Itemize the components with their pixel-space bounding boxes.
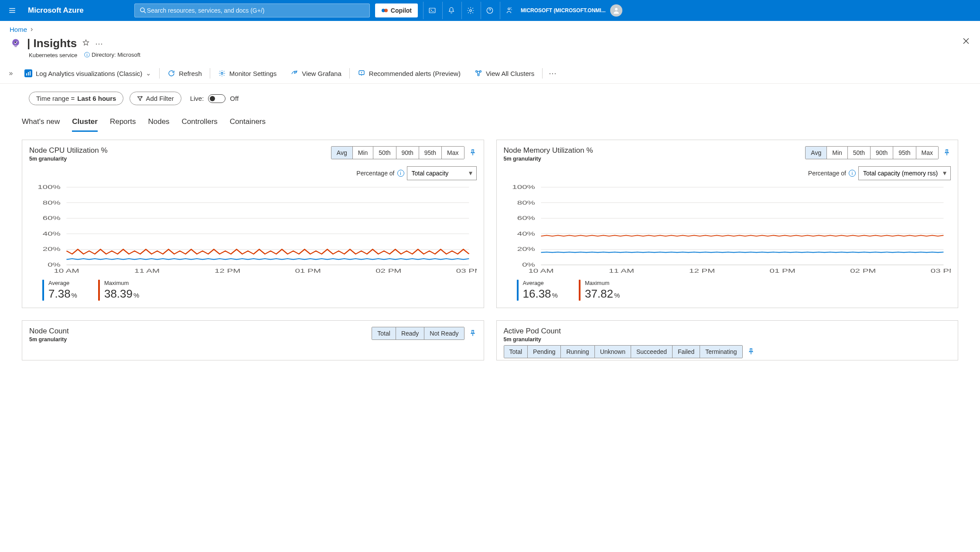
add-filter-pill[interactable]: Add Filter bbox=[130, 92, 181, 105]
seg-total[interactable]: Total bbox=[504, 346, 528, 358]
view-all-clusters-button[interactable]: View All Clusters bbox=[468, 67, 541, 80]
log-analytics-label: Log Analytics visualizations (Classic) bbox=[36, 70, 142, 77]
more-button[interactable]: ⋯ bbox=[95, 39, 104, 48]
seg-95th[interactable]: 95th bbox=[419, 147, 441, 159]
refresh-button[interactable]: Refresh bbox=[160, 67, 209, 80]
percentile-segmented: Avg Min 50th 90th 95th Max bbox=[331, 146, 464, 159]
grafana-icon bbox=[290, 69, 298, 77]
svg-point-13 bbox=[221, 72, 223, 75]
tabs: What's new Cluster Reports Nodes Control… bbox=[0, 105, 980, 132]
card-title: Active Pod Count bbox=[504, 327, 561, 336]
seg-min[interactable]: Min bbox=[352, 147, 373, 159]
svg-text:20%: 20% bbox=[517, 247, 535, 253]
svg-text:03 PM: 03 PM bbox=[930, 268, 951, 274]
seg-running[interactable]: Running bbox=[560, 346, 594, 358]
svg-rect-3 bbox=[429, 8, 435, 13]
seg-terminating[interactable]: Terminating bbox=[700, 346, 742, 358]
info-icon[interactable]: i bbox=[849, 170, 856, 177]
stat-maximum: Maximum 37.82% bbox=[579, 280, 620, 301]
tab-containers[interactable]: Containers bbox=[230, 115, 266, 132]
stat-maximum: Maximum 38.39% bbox=[98, 280, 139, 301]
seg-min[interactable]: Min bbox=[826, 147, 847, 159]
hamburger-menu[interactable] bbox=[3, 2, 21, 19]
log-analytics-dropdown[interactable]: Log Analytics visualizations (Classic) ⌄ bbox=[17, 67, 158, 80]
seg-50th[interactable]: 50th bbox=[373, 147, 396, 159]
percentage-of-row: Percentage of i Total capacity (memory r… bbox=[504, 166, 951, 180]
capacity-select[interactable]: Total capacity bbox=[407, 166, 477, 180]
seg-50th[interactable]: 50th bbox=[847, 147, 870, 159]
overflow-button[interactable]: ⋯ bbox=[543, 66, 563, 81]
settings-button[interactable] bbox=[461, 2, 479, 19]
seg-avg[interactable]: Avg bbox=[331, 147, 352, 159]
card-title: Node Count bbox=[29, 327, 69, 336]
time-range-pill[interactable]: Time range = Last 6 hours bbox=[29, 92, 123, 105]
tab-nodes[interactable]: Nodes bbox=[148, 115, 169, 132]
chart-memory: 0%20%40%60%80%100%10 AM11 AM12 PM01 PM02… bbox=[504, 184, 951, 277]
svg-text:01 PM: 01 PM bbox=[295, 268, 321, 274]
svg-text:03 PM: 03 PM bbox=[456, 268, 477, 274]
tab-controllers[interactable]: Controllers bbox=[182, 115, 218, 132]
directory-wrap: ⓘ Directory: Microsoft bbox=[84, 51, 140, 59]
podcount-segmented: Total Pending Running Unknown Succeeded … bbox=[504, 345, 743, 358]
topbar-icons bbox=[423, 2, 517, 19]
seg-90th[interactable]: 90th bbox=[396, 147, 419, 159]
seg-ready[interactable]: Ready bbox=[396, 327, 424, 339]
svg-text:80%: 80% bbox=[43, 200, 61, 206]
stat-unit: % bbox=[72, 291, 77, 299]
chevron-down-icon: ⌄ bbox=[146, 69, 151, 77]
close-button[interactable] bbox=[960, 35, 972, 49]
global-search[interactable] bbox=[134, 3, 370, 17]
time-range-label: Time range = bbox=[36, 95, 75, 102]
card-granularity: 5m granularity bbox=[29, 156, 108, 162]
feedback-button[interactable] bbox=[500, 2, 517, 19]
card-node-cpu: Node CPU Utilization % 5m granularity Av… bbox=[22, 140, 484, 308]
tab-cluster[interactable]: Cluster bbox=[72, 115, 98, 132]
info-icon[interactable]: i bbox=[397, 170, 404, 177]
card-header: Active Pod Count 5m granularity bbox=[504, 327, 951, 343]
breadcrumb-home[interactable]: Home bbox=[10, 26, 27, 33]
seg-max[interactable]: Max bbox=[916, 147, 938, 159]
notifications-button[interactable] bbox=[442, 2, 460, 19]
monitor-settings-button[interactable]: Monitor Settings bbox=[211, 67, 283, 80]
seg-total[interactable]: Total bbox=[372, 327, 396, 339]
view-grafana-button[interactable]: View Grafana bbox=[283, 67, 348, 80]
tab-reports[interactable]: Reports bbox=[110, 115, 136, 132]
tab-whats-new[interactable]: What's new bbox=[22, 115, 60, 132]
tenant-label[interactable]: MICROSOFT (MICROSOFT.ONMI... bbox=[521, 7, 606, 14]
seg-avg[interactable]: Avg bbox=[806, 147, 826, 159]
help-button[interactable] bbox=[481, 2, 498, 19]
pin-button[interactable] bbox=[469, 329, 477, 337]
live-toggle-wrap: Live: Off bbox=[190, 94, 239, 103]
topbar: Microsoft Azure Copilot MICROSOFT (MICRO… bbox=[0, 0, 980, 21]
seg-unknown[interactable]: Unknown bbox=[594, 346, 631, 358]
pin-button[interactable] bbox=[943, 149, 951, 157]
live-toggle[interactable] bbox=[208, 94, 225, 103]
svg-text:11 AM: 11 AM bbox=[134, 268, 160, 274]
avatar[interactable] bbox=[610, 4, 622, 17]
search-input[interactable] bbox=[147, 7, 365, 14]
stat-unit: % bbox=[614, 291, 620, 299]
cloudshell-button[interactable] bbox=[423, 2, 440, 19]
seg-pending[interactable]: Pending bbox=[527, 346, 560, 358]
seg-max[interactable]: Max bbox=[441, 147, 464, 159]
seg-not-ready[interactable]: Not Ready bbox=[424, 327, 464, 339]
expand-nav[interactable]: » bbox=[4, 69, 17, 77]
pin-button[interactable] bbox=[747, 348, 755, 356]
seg-90th[interactable]: 90th bbox=[870, 147, 893, 159]
star-icon bbox=[82, 39, 90, 47]
seg-failed[interactable]: Failed bbox=[672, 346, 700, 358]
seg-succeeded[interactable]: Succeeded bbox=[631, 346, 672, 358]
chevron-right-icon: › bbox=[31, 25, 33, 33]
copilot-button[interactable]: Copilot bbox=[375, 3, 418, 17]
brand-logo[interactable]: Microsoft Azure bbox=[21, 6, 91, 15]
legend-color-orange bbox=[98, 280, 100, 301]
pin-button[interactable] bbox=[469, 149, 477, 157]
svg-text:0%: 0% bbox=[48, 262, 61, 268]
capacity-select[interactable]: Total capacity (memory rss) bbox=[858, 166, 951, 180]
stat-value: 16.38 bbox=[523, 287, 551, 300]
favorite-button[interactable] bbox=[82, 39, 90, 48]
recommended-alerts-button[interactable]: Recommended alerts (Preview) bbox=[351, 67, 468, 80]
refresh-label: Refresh bbox=[179, 70, 202, 77]
stat-label: Maximum bbox=[104, 280, 139, 286]
seg-95th[interactable]: 95th bbox=[893, 147, 915, 159]
